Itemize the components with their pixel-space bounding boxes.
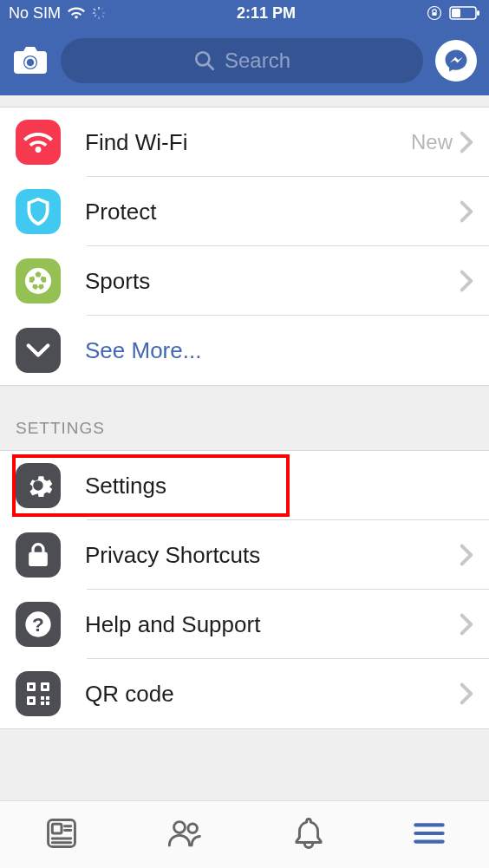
menu-item-settings[interactable]: Settings xyxy=(0,451,489,520)
bell-icon xyxy=(293,816,324,851)
search-input[interactable]: Search xyxy=(61,38,423,83)
chevron-right-icon xyxy=(460,613,473,636)
tab-notifications[interactable] xyxy=(293,816,324,854)
menu-label: QR code xyxy=(85,681,460,708)
messenger-icon xyxy=(443,48,469,74)
status-time: 2:11 PM xyxy=(237,4,296,23)
menu-list: Find Wi-Fi New Protect Sports See More..… xyxy=(0,108,489,385)
chevron-right-icon xyxy=(460,544,473,566)
svg-rect-9 xyxy=(432,12,436,16)
svg-rect-27 xyxy=(29,685,33,689)
menu-item-qr[interactable]: QR code xyxy=(0,659,489,728)
friends-icon xyxy=(167,817,204,850)
camera-icon[interactable] xyxy=(12,44,49,77)
new-badge: New xyxy=(411,130,453,154)
menu-label: Find Wi-Fi xyxy=(85,129,411,156)
menu-item-help[interactable]: ? Help and Support xyxy=(0,590,489,659)
section-header-settings: SETTINGS xyxy=(0,386,489,450)
chevron-right-icon xyxy=(460,682,473,705)
svg-point-36 xyxy=(173,821,185,832)
battery-icon xyxy=(449,6,480,20)
svg-rect-3 xyxy=(102,12,105,13)
menu-label: Sports xyxy=(85,268,460,295)
svg-rect-29 xyxy=(29,699,33,702)
svg-rect-7 xyxy=(94,14,96,16)
menu-item-protect[interactable]: Protect xyxy=(0,177,489,246)
settings-list: Settings Privacy Shortcuts ? Help and Su… xyxy=(0,451,489,728)
svg-text:?: ? xyxy=(32,613,44,636)
chevron-right-icon xyxy=(460,131,473,153)
orientation-lock-icon xyxy=(427,5,442,21)
svg-rect-31 xyxy=(52,824,62,833)
svg-rect-24 xyxy=(46,696,49,700)
svg-rect-26 xyxy=(46,702,49,705)
svg-line-16 xyxy=(208,64,213,69)
tab-friends[interactable] xyxy=(167,817,204,853)
svg-rect-25 xyxy=(41,702,44,705)
svg-rect-4 xyxy=(93,8,95,10)
lock-icon xyxy=(16,532,61,578)
chevron-right-icon xyxy=(460,270,473,292)
feed-icon xyxy=(45,817,78,850)
svg-rect-6 xyxy=(101,7,103,10)
menu-item-find-wifi[interactable]: Find Wi-Fi New xyxy=(0,108,489,177)
svg-rect-1 xyxy=(98,16,99,19)
carrier-label: No SIM xyxy=(9,4,61,23)
svg-rect-12 xyxy=(477,10,479,16)
menu-label: Help and Support xyxy=(85,611,460,638)
menu-label: Settings xyxy=(85,473,473,499)
shield-app-icon xyxy=(16,189,61,234)
messenger-button[interactable] xyxy=(435,40,477,82)
svg-rect-0 xyxy=(98,7,99,10)
svg-rect-28 xyxy=(43,685,47,689)
menu-label: Protect xyxy=(85,199,460,225)
svg-rect-23 xyxy=(41,696,44,700)
svg-rect-11 xyxy=(452,9,460,17)
menu-item-privacy[interactable]: Privacy Shortcuts xyxy=(0,520,489,590)
menu-label: Privacy Shortcuts xyxy=(85,542,460,569)
menu-item-sports[interactable]: Sports xyxy=(0,246,489,316)
app-header: Search xyxy=(0,26,489,95)
chevron-right-icon xyxy=(460,200,473,223)
gear-icon xyxy=(16,463,61,508)
hamburger-icon xyxy=(414,820,445,846)
search-icon xyxy=(193,49,216,72)
menu-item-see-more[interactable]: See More... xyxy=(0,316,489,385)
search-placeholder: Search xyxy=(225,49,290,73)
svg-point-37 xyxy=(187,823,197,832)
wifi-icon xyxy=(68,6,85,20)
tab-bar xyxy=(0,800,489,868)
svg-rect-5 xyxy=(101,15,104,17)
loading-icon xyxy=(92,6,106,20)
status-bar: No SIM 2:11 PM xyxy=(0,0,489,26)
chevron-down-icon xyxy=(16,328,61,373)
help-icon: ? xyxy=(16,602,61,647)
svg-rect-2 xyxy=(93,12,95,13)
qr-icon xyxy=(16,671,61,716)
tab-feed[interactable] xyxy=(45,817,78,853)
wifi-app-icon xyxy=(16,120,61,165)
soccer-app-icon xyxy=(16,258,61,303)
tab-menu[interactable] xyxy=(414,820,445,850)
see-more-label: See More... xyxy=(85,337,473,364)
